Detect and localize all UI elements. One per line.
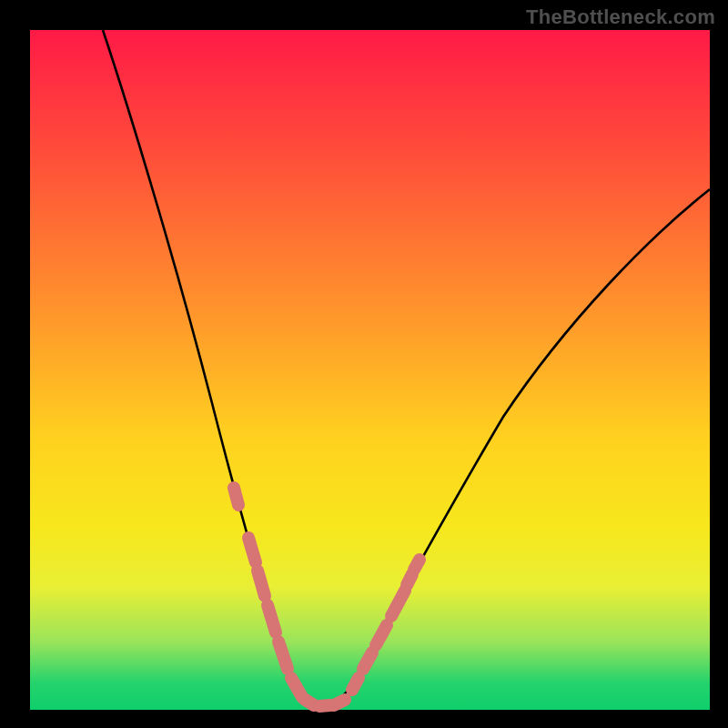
svg-line-6: [304, 699, 314, 705]
svg-line-3: [268, 605, 276, 632]
svg-line-0: [234, 488, 238, 505]
svg-line-9: [352, 678, 359, 690]
svg-line-12: [391, 591, 405, 616]
chart-frame: TheBottleneck.com: [0, 0, 728, 728]
svg-line-1: [248, 538, 256, 562]
svg-line-14: [414, 560, 420, 570]
svg-line-2: [258, 571, 265, 596]
marker-group-left: [234, 488, 330, 706]
svg-line-10: [363, 652, 372, 669]
svg-line-4: [278, 642, 288, 669]
svg-line-8: [334, 700, 345, 705]
marker-group-right: [334, 560, 420, 705]
plot-area: [30, 30, 710, 710]
svg-line-11: [376, 625, 387, 645]
curve-layer: [30, 30, 710, 710]
bottleneck-curve: [103, 30, 710, 707]
svg-line-13: [407, 574, 412, 585]
watermark-text: TheBottleneck.com: [526, 5, 715, 29]
